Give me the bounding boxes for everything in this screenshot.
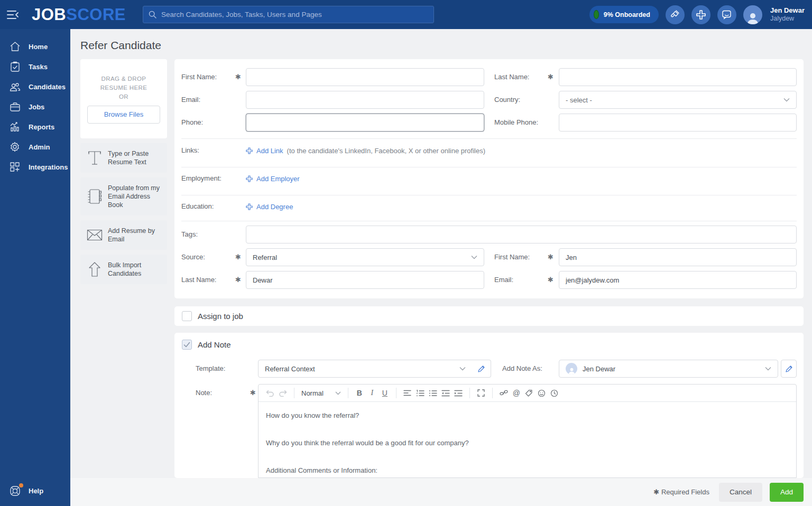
footer-action-bar: ✱ Required Fields Cancel Add bbox=[70, 478, 812, 506]
global-search[interactable] bbox=[143, 6, 434, 23]
fullscreen-icon[interactable] bbox=[475, 386, 487, 400]
sidebar-item-integrations[interactable]: Integrations bbox=[0, 157, 70, 177]
first-name-required-marker: ✱ bbox=[235, 68, 241, 86]
referrer-email-input[interactable] bbox=[559, 271, 797, 289]
add-link-action[interactable]: Add Link (to the candidate's LinkedIn, F… bbox=[246, 140, 485, 161]
sidebar-item-reports[interactable]: Reports bbox=[0, 117, 70, 137]
referrer-last-name-label: Last Name: bbox=[181, 271, 216, 289]
note-as-select[interactable]: Jen Dewar bbox=[559, 360, 778, 378]
note-content[interactable]: How do you know the referral? Why do you… bbox=[259, 402, 796, 478]
template-label: Template: bbox=[196, 360, 225, 378]
mention-button[interactable]: @ bbox=[510, 386, 523, 400]
bullet-list-icon[interactable] bbox=[427, 386, 439, 400]
bulk-import-card[interactable]: Bulk Import Candidates bbox=[80, 255, 167, 284]
resume-dropzone[interactable]: DRAG & DROP RESUME HERE OR Browse Files bbox=[80, 59, 167, 138]
populate-address-book-card[interactable]: Populate from my Email Address Book bbox=[80, 177, 167, 215]
italic-button[interactable]: I bbox=[366, 386, 379, 400]
phone-input[interactable] bbox=[246, 114, 484, 132]
sidebar-item-admin[interactable]: Admin bbox=[0, 137, 70, 157]
note-editor: Normal B I U @ bbox=[258, 384, 797, 478]
sidebar-item-help[interactable]: Help bbox=[0, 481, 70, 501]
sidebar-item-jobs[interactable]: Jobs bbox=[0, 97, 70, 117]
quick-add-button[interactable] bbox=[691, 5, 710, 24]
check-icon bbox=[183, 342, 190, 348]
lifebuoy-icon bbox=[8, 485, 21, 496]
source-select[interactable]: Referral bbox=[246, 248, 484, 266]
redo-icon[interactable] bbox=[276, 386, 289, 400]
jobscore-logo[interactable]: JOBSCORE bbox=[32, 0, 126, 29]
referrer-email-required-marker: ✱ bbox=[548, 271, 553, 289]
align-left-icon[interactable] bbox=[401, 386, 414, 400]
divider bbox=[181, 221, 797, 221]
indent-icon[interactable] bbox=[452, 386, 465, 400]
note-editor-toolbar: Normal B I U @ bbox=[259, 385, 796, 402]
add-note-checkbox[interactable] bbox=[182, 340, 192, 350]
tasks-icon bbox=[8, 61, 21, 72]
tags-input[interactable] bbox=[246, 226, 797, 243]
mobile-phone-input[interactable] bbox=[559, 114, 797, 132]
source-required-marker: ✱ bbox=[235, 248, 241, 266]
search-input[interactable] bbox=[161, 11, 428, 18]
divider bbox=[181, 195, 797, 195]
sidebar-item-home[interactable]: Home bbox=[0, 36, 70, 57]
onboarded-progress-icon bbox=[594, 10, 599, 19]
country-select[interactable]: - select - bbox=[559, 91, 797, 109]
link-icon[interactable] bbox=[497, 386, 510, 400]
sidebar-nav: Home Tasks Candidates Jobs Reports Admin… bbox=[0, 29, 70, 506]
onboarded-progress-badge[interactable]: 9% Onboarded bbox=[589, 6, 659, 23]
browse-files-button[interactable]: Browse Files bbox=[87, 106, 160, 124]
pencil-icon bbox=[477, 365, 485, 373]
referrer-email-label: Email: bbox=[494, 271, 513, 289]
referrer-last-name-input[interactable] bbox=[246, 271, 484, 289]
mobile-phone-label: Mobile Phone: bbox=[494, 114, 538, 132]
sidebar-collapse-icon[interactable] bbox=[7, 8, 23, 21]
messages-button[interactable] bbox=[717, 5, 736, 24]
note-label: Note: bbox=[196, 384, 212, 401]
edit-template-button[interactable] bbox=[472, 360, 491, 378]
first-name-input[interactable] bbox=[246, 68, 484, 86]
chevron-down-icon bbox=[765, 367, 771, 371]
tag-icon[interactable] bbox=[523, 386, 536, 400]
underline-button[interactable]: U bbox=[379, 386, 391, 400]
user-avatar[interactable] bbox=[743, 5, 762, 24]
last-name-input[interactable] bbox=[559, 68, 797, 86]
toolbar-divider bbox=[469, 388, 470, 398]
history-clock-icon[interactable] bbox=[548, 386, 561, 400]
edit-note-as-button[interactable] bbox=[781, 360, 797, 378]
links-label: Links: bbox=[181, 140, 199, 161]
cancel-button[interactable]: Cancel bbox=[719, 483, 762, 502]
add-employer-action[interactable]: Add Employer bbox=[246, 168, 300, 189]
add-resume-by-email-card[interactable]: Add Resume by Email bbox=[80, 220, 167, 250]
user-info[interactable]: Jen Dewar Jalydew bbox=[770, 6, 805, 23]
outdent-icon[interactable] bbox=[439, 386, 452, 400]
paragraph-style-select[interactable]: Normal bbox=[299, 389, 343, 397]
assign-to-job-checkbox[interactable] bbox=[182, 311, 192, 321]
sidebar-item-tasks[interactable]: Tasks bbox=[0, 57, 70, 77]
chevron-down-icon bbox=[471, 255, 477, 259]
toolbar-divider bbox=[492, 388, 493, 398]
chat-bubble-icon bbox=[722, 10, 732, 20]
ordered-list-icon[interactable] bbox=[414, 386, 427, 400]
user-name: Jen Dewar bbox=[770, 6, 805, 15]
last-name-required-marker: ✱ bbox=[548, 68, 553, 86]
country-label: Country: bbox=[494, 91, 520, 109]
add-degree-action[interactable]: Add Degree bbox=[246, 196, 293, 217]
emoji-icon[interactable] bbox=[536, 386, 548, 400]
toolbar-divider bbox=[396, 388, 396, 398]
bold-button[interactable]: B bbox=[353, 386, 366, 400]
sidebar-item-candidates[interactable]: Candidates bbox=[0, 77, 70, 97]
template-select[interactable]: Referral Context bbox=[258, 360, 473, 378]
chevron-down-icon bbox=[335, 391, 341, 395]
email-input[interactable] bbox=[246, 91, 484, 109]
add-note-label: Add Note bbox=[198, 335, 231, 354]
undo-icon[interactable] bbox=[264, 386, 276, 400]
paintbrush-icon bbox=[670, 10, 680, 20]
type-paste-resume-card[interactable]: Type or Paste Resume Text bbox=[80, 143, 167, 173]
referrer-first-name-input[interactable] bbox=[559, 248, 797, 266]
note-required-marker: ✱ bbox=[250, 384, 256, 401]
customize-button[interactable] bbox=[666, 5, 685, 24]
envelope-icon bbox=[86, 229, 104, 241]
pencil-icon bbox=[785, 365, 793, 373]
add-plus-icon bbox=[246, 203, 253, 210]
add-button[interactable]: Add bbox=[770, 483, 804, 502]
